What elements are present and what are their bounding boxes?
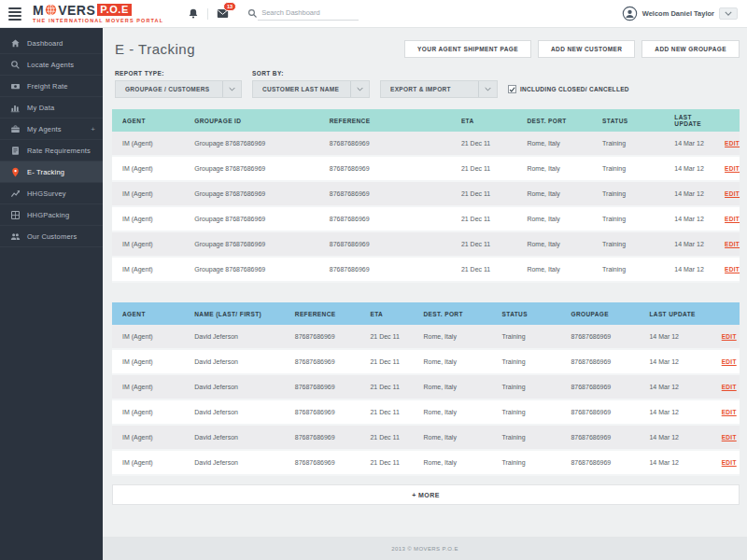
customers-table-row: IM (Agent) David Jeferson 87687686969 21… bbox=[112, 426, 740, 451]
reference-cell: 87687686969 bbox=[285, 375, 360, 400]
notifications-bell-button[interactable] bbox=[182, 6, 204, 21]
dest-port-cell: Rome, Italy bbox=[516, 157, 592, 182]
name-cell: David Jeferson bbox=[184, 426, 285, 451]
agent-cell: IM (Agent) bbox=[112, 157, 184, 182]
customers-header-row: AGENT NAME (LAST/ FIRST) REFERENCE ETA D… bbox=[112, 302, 740, 325]
sidebar: Dashboard Locate Agents Freight Rate My … bbox=[0, 28, 103, 560]
reference-cell: 87687686969 bbox=[285, 400, 360, 426]
sidebar-item-e-tracking[interactable]: E- Tracking bbox=[0, 161, 103, 183]
edit-link[interactable]: EDIT bbox=[712, 426, 740, 451]
eta-cell: 21 Dec 11 bbox=[359, 325, 413, 350]
sidebar-item-freight-rate[interactable]: Freight Rate bbox=[0, 76, 103, 97]
app-window: M VERS P.O.E THE INTERNATIONAL MOVERS PO… bbox=[0, 0, 747, 560]
expand-plus-icon[interactable]: + bbox=[91, 125, 95, 133]
edit-link[interactable]: EDIT bbox=[714, 157, 740, 182]
status-cell: Training bbox=[592, 182, 664, 207]
avatar-icon bbox=[622, 6, 638, 21]
status-cell: Training bbox=[492, 350, 561, 375]
sort-by-select[interactable]: CUSTOMER LAST NAME bbox=[252, 80, 370, 98]
sidebar-item-rate-requirements[interactable]: Rate Requirements bbox=[0, 140, 103, 161]
groupage-cell: 87687686969 bbox=[560, 451, 639, 476]
agent-cell: IM (Agent) bbox=[112, 350, 184, 375]
edit-link[interactable]: EDIT bbox=[714, 232, 740, 258]
footer: 2013 © MOVERS P.O.E bbox=[103, 537, 747, 560]
divider bbox=[207, 8, 208, 20]
edit-link[interactable]: EDIT bbox=[712, 350, 740, 375]
edit-link[interactable]: EDIT bbox=[714, 132, 740, 157]
groupage-id-cell: Groupage 87687686969 bbox=[184, 258, 318, 283]
chevron-down-icon bbox=[350, 81, 369, 97]
status-cell: Training bbox=[592, 232, 664, 258]
reference-cell: 87687686969 bbox=[319, 182, 451, 207]
report-type-label: REPORT TYPE: bbox=[115, 70, 242, 77]
customers-table-row: IM (Agent) David Jeferson 87687686969 21… bbox=[112, 325, 740, 350]
sort-by-label: SORT BY: bbox=[252, 70, 370, 77]
groupage-cell: 87687686969 bbox=[560, 400, 639, 426]
sidebar-item-locate-agents[interactable]: Locate Agents bbox=[0, 54, 103, 76]
hamburger-menu-icon[interactable] bbox=[8, 6, 21, 22]
groupage-cell: 87687686969 bbox=[560, 426, 639, 451]
agent-cell: IM (Agent) bbox=[112, 325, 184, 350]
groupage-cell: 87687686969 bbox=[560, 325, 639, 350]
report-type-select[interactable]: GROUPAGE / CUSTOMERS bbox=[115, 80, 242, 98]
groupage-table-row: IM (Agent) Groupage 87687686969 87687686… bbox=[112, 182, 740, 207]
search-input[interactable] bbox=[258, 7, 359, 21]
last-update-cell: 14 Mar 12 bbox=[639, 325, 711, 350]
dest-port-cell: Rome, Italy bbox=[516, 132, 592, 157]
sidebar-item-hhgsurvey[interactable]: HHGSurvey bbox=[0, 183, 103, 204]
edit-link[interactable]: EDIT bbox=[712, 325, 740, 350]
last-update-cell: 14 Mar 12 bbox=[664, 258, 714, 283]
dest-port-cell: Rome, Italy bbox=[414, 400, 492, 426]
last-update-cell: 14 Mar 12 bbox=[664, 182, 714, 207]
groupage-table-row: IM (Agent) Groupage 87687686969 87687686… bbox=[112, 132, 740, 157]
status-cell: Training bbox=[492, 400, 561, 426]
groupage-table-row: IM (Agent) Groupage 87687686969 87687686… bbox=[112, 232, 740, 258]
sidebar-item-our-customers[interactable]: Our Customers bbox=[0, 226, 103, 247]
logo-poe-badge: P.O.E bbox=[97, 4, 131, 16]
edit-link[interactable]: EDIT bbox=[712, 400, 740, 426]
user-menu-button[interactable] bbox=[719, 7, 738, 20]
dest-port-cell: Rome, Italy bbox=[516, 258, 592, 283]
including-closed-checkbox[interactable] bbox=[508, 85, 516, 93]
edit-link[interactable]: EDIT bbox=[714, 258, 740, 283]
reference-cell: 87687686969 bbox=[285, 451, 360, 476]
dest-port-cell: Rome, Italy bbox=[414, 325, 492, 350]
package-icon bbox=[10, 210, 21, 220]
agent-cell: IM (Agent) bbox=[112, 426, 184, 451]
people-icon bbox=[10, 231, 21, 242]
dest-port-cell: Rome, Italy bbox=[516, 207, 592, 232]
sidebar-item-dashboard[interactable]: Dashboard bbox=[0, 33, 103, 54]
last-update-cell: 14 Mar 12 bbox=[639, 451, 711, 476]
eta-cell: 21 Dec 11 bbox=[451, 258, 517, 283]
messages-button[interactable]: 13 bbox=[211, 7, 234, 21]
groupage-id-cell: Groupage 87687686969 bbox=[184, 157, 318, 182]
map-pin-icon bbox=[10, 167, 21, 177]
your-agent-shipment-page-button[interactable]: YOUR AGENT SHIPMENT PAGE bbox=[404, 40, 531, 58]
export-import-select[interactable]: EXPORT & IMPORT bbox=[380, 80, 498, 98]
reference-cell: 87687686969 bbox=[285, 426, 360, 451]
home-icon bbox=[10, 38, 21, 49]
agent-cell: IM (Agent) bbox=[112, 375, 184, 400]
sidebar-item-my-data[interactable]: My Data bbox=[0, 97, 103, 119]
line-chart-icon bbox=[10, 189, 21, 199]
edit-link[interactable]: EDIT bbox=[714, 182, 740, 207]
status-cell: Training bbox=[492, 451, 561, 476]
logo: M VERS P.O.E THE INTERNATIONAL MOVERS PO… bbox=[33, 4, 163, 24]
edit-link[interactable]: EDIT bbox=[712, 375, 740, 400]
sidebar-item-my-agents[interactable]: My Agents + bbox=[0, 119, 103, 140]
sidebar-item-hhgpacking[interactable]: HHGPacking bbox=[0, 204, 103, 226]
agent-cell: IM (Agent) bbox=[112, 232, 184, 258]
load-more-button[interactable]: + MORE bbox=[112, 484, 740, 505]
logo-text-vers: VERS bbox=[58, 4, 95, 17]
customers-table-row: IM (Agent) David Jeferson 87687686969 21… bbox=[112, 400, 740, 426]
add-new-groupage-button[interactable]: ADD NEW GROUPAGE bbox=[641, 40, 740, 58]
reference-cell: 87687686969 bbox=[285, 350, 360, 375]
edit-link[interactable]: EDIT bbox=[712, 451, 740, 476]
search-bar bbox=[247, 7, 359, 21]
edit-link[interactable]: EDIT bbox=[714, 207, 740, 232]
add-new-customer-button[interactable]: ADD NEW CUSTOMER bbox=[538, 40, 635, 58]
eta-cell: 21 Dec 11 bbox=[359, 426, 413, 451]
groupage-table: AGENT GROUPAGE ID REFERENCE ETA DEST. PO… bbox=[112, 109, 740, 283]
agent-cell: IM (Agent) bbox=[112, 207, 184, 232]
groupage-cell: 87687686969 bbox=[560, 350, 639, 375]
